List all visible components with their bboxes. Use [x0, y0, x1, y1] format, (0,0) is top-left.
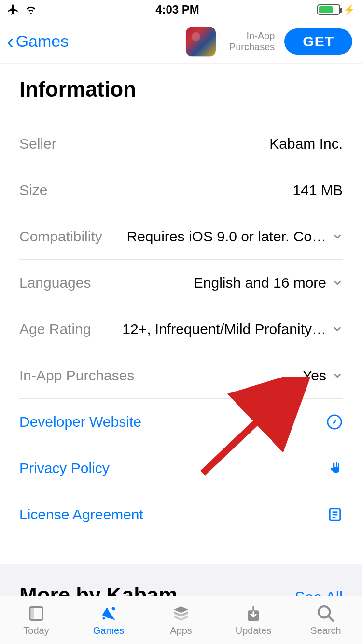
in-app-purchases-note: In-App Purchases — [229, 30, 275, 53]
section-title-information: Information — [19, 77, 343, 101]
info-row-languages[interactable]: Languages English and 16 more — [19, 260, 343, 306]
info-label: Size — [19, 182, 47, 198]
info-value: 141 MB — [47, 182, 343, 198]
link-developer-website[interactable]: Developer Website — [19, 399, 343, 445]
airplane-mode-icon — [7, 3, 19, 16]
tab-bar: Today Games Apps Updates Search — [0, 596, 362, 644]
status-time: 4:03 PM — [155, 3, 199, 16]
status-bar: 4:03 PM ⚡ — [0, 0, 362, 19]
info-value: Requires iOS 9.0 or later. Co… — [102, 228, 326, 245]
link-label: Privacy Policy — [19, 460, 110, 476]
svg-line-13 — [328, 616, 333, 621]
info-row-seller: Seller Kabam Inc. — [19, 121, 343, 167]
back-label: Games — [16, 32, 69, 51]
chevron-left-icon: ‹ — [7, 31, 14, 52]
chevron-down-icon — [332, 231, 343, 242]
compass-icon — [326, 414, 343, 430]
info-label: Seller — [19, 136, 56, 152]
back-button[interactable]: ‹ Games — [7, 31, 69, 52]
info-label: Languages — [19, 275, 91, 291]
link-label: Developer Website — [19, 414, 141, 430]
app-icon[interactable] — [186, 27, 216, 56]
hand-icon — [328, 460, 343, 476]
info-row-age-rating[interactable]: Age Rating 12+, Infrequent/Mild Profanit… — [19, 306, 343, 352]
chevron-down-icon — [332, 370, 343, 381]
info-row-size: Size 141 MB — [19, 167, 343, 213]
info-value: Yes — [134, 367, 326, 384]
tab-today[interactable]: Today — [0, 596, 72, 644]
link-label: License Agreement — [19, 506, 143, 523]
info-row-compatibility[interactable]: Compatibility Requires iOS 9.0 or later.… — [19, 213, 343, 260]
tab-apps[interactable]: Apps — [145, 596, 217, 644]
tab-updates[interactable]: Updates — [217, 596, 290, 644]
charging-icon: ⚡ — [343, 4, 355, 15]
info-value: English and 16 more — [91, 275, 326, 291]
info-label: Compatibility — [19, 228, 102, 245]
document-icon — [327, 507, 343, 522]
get-button[interactable]: GET — [284, 28, 352, 55]
svg-rect-7 — [30, 607, 34, 620]
link-license-agreement[interactable]: License Agreement — [19, 491, 343, 538]
info-row-in-app-purchases[interactable]: In-App Purchases Yes — [19, 352, 343, 399]
info-value: Kabam Inc. — [56, 136, 343, 152]
info-value: 12+, Infrequent/Mild Profanity… — [91, 321, 326, 337]
svg-point-9 — [103, 617, 105, 620]
info-label: Age Rating — [19, 321, 91, 337]
chevron-down-icon — [332, 324, 343, 335]
chevron-down-icon — [332, 278, 343, 288]
tab-games[interactable]: Games — [72, 596, 145, 644]
nav-header: ‹ Games In-App Purchases GET — [0, 19, 362, 64]
link-privacy-policy[interactable]: Privacy Policy — [19, 445, 343, 491]
battery-icon — [317, 4, 340, 15]
tab-search[interactable]: Search — [290, 596, 362, 644]
wifi-icon — [24, 4, 38, 15]
info-label: In-App Purchases — [19, 367, 134, 384]
svg-point-8 — [112, 607, 115, 611]
